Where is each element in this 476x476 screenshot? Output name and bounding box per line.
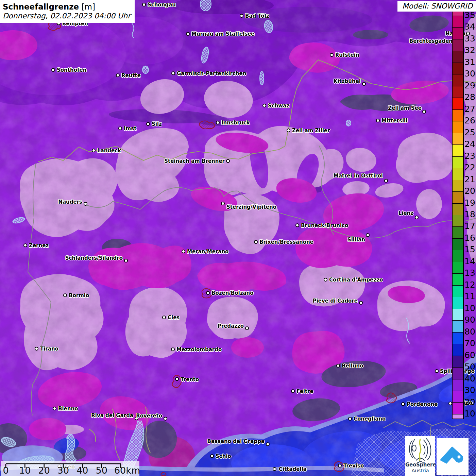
city-label-garmisch-partenkirchen: Garmisch-Partenkirchen <box>177 70 246 76</box>
city-label-treviso: Treviso <box>343 463 364 469</box>
city-label-bruneck-brunico: Bruneck/Brunico <box>301 222 348 228</box>
city-label-bienno: Bienno <box>58 406 78 412</box>
colorbar-tick-3300: 3300 <box>464 34 476 43</box>
city-label-silz: Silz <box>152 121 162 127</box>
city-dot-steinach-am-brenner <box>226 159 230 163</box>
geosphere-logo-subtext: Austria <box>405 468 435 473</box>
page-title: Schneefallgrenze [m] <box>3 2 131 12</box>
scalebar-label-50: 50 <box>96 465 107 476</box>
city-label-imst: Imst <box>124 125 136 132</box>
colorbar-cell-900-800 <box>453 320 463 332</box>
city-label-reutte: Reutte <box>121 72 141 79</box>
city-dot-sillian <box>366 233 370 237</box>
colorbar-tick-1800: 1800 <box>464 210 476 219</box>
geosphere-logo-text: GeoSphere <box>405 462 435 468</box>
city-label-pieve-di-cadore: Pieve di Cadore <box>313 298 358 304</box>
city-dot-cles <box>162 316 166 319</box>
colorbar-cell-2900-2800 <box>453 86 463 98</box>
city-dot-imst <box>118 126 122 130</box>
colorbar-cell-2000-1900 <box>453 191 463 203</box>
city-dot-treviso <box>338 464 342 468</box>
title-unit: [m] <box>82 2 95 11</box>
city-label-mittersill: Mittersill <box>381 118 407 124</box>
scalebar-label-20: 20 <box>38 465 50 476</box>
city-dot-zell-am-ziller <box>287 129 290 132</box>
colorbar-tick-300: 300 <box>464 386 476 395</box>
city-dot-feltre <box>291 389 295 393</box>
colorbar-cell-1200-1100 <box>453 285 463 297</box>
city-label-bad-t-lz: Bad Tölz <box>245 13 269 19</box>
city-label-schwaz: Schwaz <box>268 103 289 109</box>
city-label-cortina-d-ampezzo: Cortina d'Ampezzo <box>329 277 383 283</box>
city-label-matrei-in-osttirol: Matrei in Osttirol <box>334 173 383 179</box>
colorbar-cell-2700-2600 <box>453 109 463 121</box>
colorbar-cell-2500-2400 <box>453 133 463 144</box>
colorbar-cell-1900-1800 <box>453 203 463 215</box>
colorbar-cell-3200-3100 <box>453 51 463 62</box>
city-label-feltre: Feltre <box>296 388 313 394</box>
city-dot-bad-t-lz <box>240 14 243 18</box>
city-dot-cortina-d-ampezzo <box>324 278 327 282</box>
city-label-schlanders-silandro: Schlanders/Silandro <box>65 255 123 261</box>
colorbar-tick-2900: 2900 <box>464 81 476 90</box>
city-dot-schwaz <box>262 104 266 107</box>
city-label-sonthofen: Sonthofen <box>57 67 86 73</box>
city-dot-tirano <box>35 347 38 351</box>
city-label-sillian: Sillian <box>347 237 365 243</box>
colorbar-tick-2800: 2800 <box>464 93 476 102</box>
colorbar-cell-1800-1700 <box>453 215 463 226</box>
city-label-zell-am-see: Zell am See <box>388 105 422 111</box>
city-dot-landeck <box>92 149 96 152</box>
city-dot-spilimbergo <box>435 369 439 373</box>
avalanche-service-logo <box>437 438 469 475</box>
snowfall-limit-map: SchongauBad TölzKemptenMurnau am Staffel… <box>0 0 476 476</box>
city-dot-matrei-in-osttirol <box>384 179 388 183</box>
city-dot-innsbruck <box>216 121 220 124</box>
city-label-bormio: Bormio <box>69 292 89 299</box>
colorbar-tick-1200: 1200 <box>464 280 476 289</box>
colorbar-tick-1300: 1300 <box>464 269 476 277</box>
city-dot-mezzolombardo <box>171 347 175 351</box>
city-dot-brixen-bressanone <box>254 240 258 244</box>
colorbar-tick-1700: 1700 <box>464 222 476 231</box>
colorbar-tick-2000: 2000 <box>464 187 476 196</box>
city-dot-pordenone <box>401 402 405 406</box>
city-label-lienz: Lienz <box>398 210 413 216</box>
colorbar-tick-2600: 2600 <box>464 116 476 125</box>
city-label-landeck: Landeck <box>97 148 121 154</box>
colorbar-cell-3100-3000 <box>453 63 463 74</box>
city-label-zernez: Zernez <box>29 242 49 249</box>
city-dot-nauders <box>84 202 87 206</box>
city-dot-belluno <box>336 364 340 368</box>
city-dot-zernez <box>23 243 27 247</box>
colorbar-tick-200: 200 <box>464 398 476 407</box>
city-label-sterzing-vipiteno: Sterzing/Vipiteno <box>226 204 276 210</box>
colorbar-cell-1100-1000 <box>453 297 463 308</box>
colorbar-cell-500-400 <box>453 367 463 379</box>
colorbar-cell-1600-1500 <box>453 238 463 250</box>
city-label-innsbruck: Innsbruck <box>221 120 250 126</box>
colorbar-tick-2500: 2500 <box>464 128 476 137</box>
scalebar-label-0: 0 <box>3 465 8 476</box>
colorbar-cell-300-200 <box>453 391 463 402</box>
city-dot-murnau-am-staffelsee <box>186 32 190 36</box>
city-label-murnau-am-staffelsee: Murnau am Staffelsee <box>191 31 255 37</box>
city-label-steinach-am-brenner: Steinach am Brenner <box>164 158 225 164</box>
city-label-schongau: Schongau <box>148 2 176 8</box>
colorbar-tick-800: 800 <box>464 327 476 336</box>
city-label-bassano-del-grappa: Bassano del Grappa <box>207 438 265 444</box>
scalebar-label-30: 30 <box>57 465 69 476</box>
elevation-colorbar <box>452 11 464 419</box>
city-dot-lienz <box>415 216 419 219</box>
city-label-belluno: Belluno <box>342 363 363 369</box>
city-label-berchtesgaden: Berchtesgaden <box>409 38 453 44</box>
colorbar-cell-2100-2000 <box>453 180 463 191</box>
city-label-kufstein: Kufstein <box>335 52 359 58</box>
colorbar-cell-700-600 <box>453 344 463 355</box>
colorbar-tick-2400: 2400 <box>464 140 476 149</box>
colorbar-tick-1900: 1900 <box>464 199 476 207</box>
colorbar-tick-3200: 3200 <box>464 46 476 55</box>
city-dot-sterzing-vipiteno <box>221 202 225 205</box>
city-dot-schio <box>210 454 214 458</box>
city-dot-pieve-di-cadore <box>359 301 363 305</box>
